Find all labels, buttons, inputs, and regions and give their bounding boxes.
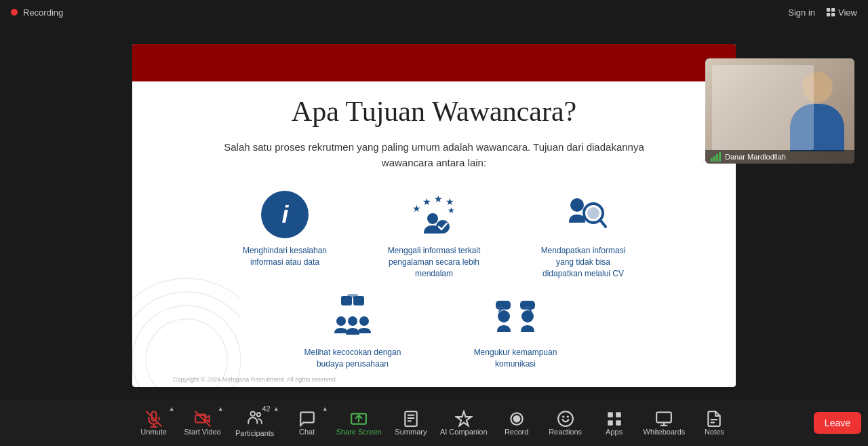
recording-dot xyxy=(11,9,18,16)
main-area: Apa Tujuan Wawancara? Salah satu proses … xyxy=(0,24,868,400)
slide-subtitle: Salah satu proses rekrutmen yang paling … xyxy=(173,140,695,170)
video-name-bar: Danar Mardlodllah xyxy=(705,150,854,164)
svg-rect-56 xyxy=(657,412,672,422)
reactions-button[interactable]: Reactions xyxy=(542,400,589,446)
svg-text:★: ★ xyxy=(412,203,421,214)
info-icon-label: Menghindari kesalahaninformasi atau data xyxy=(243,245,327,268)
svg-point-39 xyxy=(250,411,255,416)
svg-text:i: i xyxy=(281,200,289,227)
icons-bottom-row: Melihat kecocokan denganbudaya perusahaa… xyxy=(173,293,695,370)
participants-label: Participants xyxy=(235,429,274,437)
summary-button[interactable]: Summary xyxy=(387,400,435,446)
participant-video: Danar Mardlodllah xyxy=(705,58,854,164)
background-window xyxy=(712,65,814,150)
svg-point-15 xyxy=(587,207,599,219)
whiteboards-label: Whiteboards xyxy=(644,428,686,436)
icon-item-info: i Menghindari kesalahaninformasi atau da… xyxy=(231,191,339,279)
unmute-button[interactable]: ▲ Unmute xyxy=(130,400,178,446)
summary-label: Summary xyxy=(395,428,427,436)
svg-point-20 xyxy=(336,316,346,326)
toolbar-right: Leave xyxy=(800,412,861,434)
icon-item-stars: ★ ★ ★ ★ ★ Menggali i xyxy=(380,191,488,279)
stars-icon-label: Menggali informasi terkaitpengalaman sec… xyxy=(380,245,488,279)
participants-icon-wrapper: 42 xyxy=(246,409,264,429)
participants-count: 42 xyxy=(262,405,270,413)
record-button[interactable]: Record xyxy=(493,400,540,446)
leave-button[interactable]: Leave xyxy=(814,412,861,434)
recording-label: Recording xyxy=(23,7,63,18)
view-button[interactable]: View xyxy=(826,7,857,18)
apps-button[interactable]: Apps xyxy=(591,400,638,446)
slide-header xyxy=(132,44,736,81)
svg-rect-53 xyxy=(616,412,621,417)
svg-rect-2 xyxy=(827,13,830,16)
svg-point-49 xyxy=(558,411,573,426)
svg-rect-3 xyxy=(831,13,835,16)
bar2 xyxy=(713,156,715,162)
svg-text:★: ★ xyxy=(422,196,431,207)
icon-item-puzzle: Melihat kecocokan denganbudaya perusahaa… xyxy=(298,293,407,370)
svg-point-34 xyxy=(132,278,241,387)
bar3 xyxy=(716,154,718,162)
svg-rect-52 xyxy=(608,412,613,417)
topbar-right: Sign in View xyxy=(788,7,857,18)
bar4 xyxy=(719,152,721,162)
svg-text:★: ★ xyxy=(448,206,455,215)
unmute-label: Unmute xyxy=(140,428,167,436)
svg-point-23 xyxy=(498,310,510,322)
chat-chevron[interactable]: ▲ xyxy=(322,405,328,412)
start-video-chevron[interactable]: ▲ xyxy=(218,405,224,412)
topbar-left: Recording xyxy=(11,7,63,18)
svg-text:...: ... xyxy=(525,303,530,309)
svg-line-16 xyxy=(600,220,606,227)
communication-icon-container: ... ... xyxy=(490,293,541,340)
toolbar: ▲ Unmute ▲ Start Video ▲ xyxy=(0,400,868,446)
view-label: View xyxy=(838,7,857,18)
ai-companion-label: AI Companion xyxy=(440,428,488,436)
signin-button[interactable]: Sign in xyxy=(788,7,815,18)
info-icon-circle: i xyxy=(261,191,309,238)
svg-point-22 xyxy=(359,316,369,326)
puzzle-icon-label: Melihat kecocokan denganbudaya perusahaa… xyxy=(304,347,401,370)
signal-icon xyxy=(711,152,721,162)
svg-rect-19 xyxy=(347,294,358,298)
stars-icon-container: ★ ★ ★ ★ ★ xyxy=(409,191,460,238)
reactions-label: Reactions xyxy=(549,428,582,436)
video-feed xyxy=(705,58,854,164)
participants-button[interactable]: ▲ 42 Participants xyxy=(228,400,282,446)
unmute-chevron[interactable]: ▲ xyxy=(169,405,175,412)
svg-point-11 xyxy=(427,213,438,224)
participant-name: Danar Mardlodllah xyxy=(725,153,786,161)
slide-title: Apa Tujuan Wawancara? xyxy=(173,95,695,128)
whiteboards-button[interactable]: Whiteboards xyxy=(639,400,690,446)
icons-top-row: i Menghindari kesalahaninformasi atau da… xyxy=(173,191,695,279)
svg-text:...: ... xyxy=(498,303,502,309)
svg-point-40 xyxy=(256,413,260,416)
toolbar-center: ▲ Unmute ▲ Start Video ▲ xyxy=(130,400,738,446)
share-screen-button[interactable]: Share Screen xyxy=(332,400,386,446)
svg-rect-54 xyxy=(608,420,613,426)
svg-rect-0 xyxy=(827,8,830,12)
start-video-button[interactable]: ▲ Start Video xyxy=(179,400,226,446)
participants-chevron[interactable]: ▲ xyxy=(273,405,279,412)
svg-text:★: ★ xyxy=(434,193,443,204)
search-icon-label: Mendapatkan informasiyang tidak bisadida… xyxy=(541,245,626,279)
notes-label: Notes xyxy=(705,428,724,436)
notes-button[interactable]: Notes xyxy=(690,400,738,446)
icon-item-communication: ... ... Mengukur kemampuankomunikasi xyxy=(461,293,570,370)
slide-decoration-left xyxy=(132,251,241,387)
record-label: Record xyxy=(505,428,528,436)
svg-point-13 xyxy=(570,198,584,212)
chat-button[interactable]: ▲ Chat xyxy=(283,400,331,446)
start-video-label: Start Video xyxy=(184,428,221,436)
icon-item-search: Mendapatkan informasiyang tidak bisadida… xyxy=(529,191,637,279)
chat-label: Chat xyxy=(299,428,315,436)
svg-rect-1 xyxy=(831,8,835,12)
presentation-slide: Apa Tujuan Wawancara? Salah satu proses … xyxy=(132,44,736,387)
svg-point-21 xyxy=(348,316,357,326)
svg-point-33 xyxy=(132,292,241,387)
slide-footer: Copyright © 2024 Mahajana Recruitment. A… xyxy=(173,376,337,383)
svg-point-48 xyxy=(513,416,519,422)
topbar: Recording Sign in View xyxy=(0,0,868,24)
ai-companion-button[interactable]: AI Companion xyxy=(436,400,492,446)
